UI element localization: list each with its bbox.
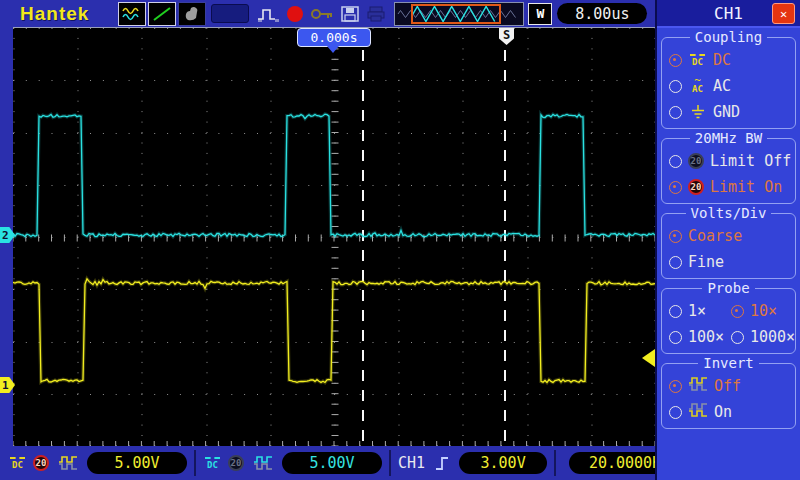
print-icon[interactable] bbox=[366, 6, 386, 22]
section-coupling: CouplingDCDC~ACACGND bbox=[661, 37, 796, 129]
section-title: Invert bbox=[662, 356, 795, 371]
status-bar: DC 20 5.00V DC 20 5.00V CH1 3.00V 20.000… bbox=[0, 446, 655, 480]
gnd-coupling-icon bbox=[688, 105, 707, 119]
radio-label: 10× bbox=[750, 302, 777, 320]
ac-coupling-icon: ~AC bbox=[688, 78, 707, 94]
section-probe: Probe1×10×100×1000× bbox=[661, 288, 796, 354]
menu-title-bar: CH1 ✕ bbox=[657, 0, 800, 28]
ch1-invert-icon bbox=[58, 455, 78, 471]
radio-circle bbox=[731, 331, 744, 344]
radio-label: GND bbox=[713, 103, 740, 121]
section-volts-div: Volts/DivCoarseFine bbox=[661, 213, 796, 279]
bw-20-on-icon: 20 bbox=[688, 179, 704, 195]
radio-volts-div-fine[interactable]: Fine bbox=[662, 249, 795, 275]
status-field bbox=[211, 4, 249, 23]
save-icon[interactable] bbox=[340, 5, 360, 23]
section-title: 20MHz BW bbox=[662, 131, 795, 146]
radio-circle bbox=[669, 230, 682, 243]
radio-label: Off bbox=[714, 377, 741, 395]
radio-invert-on[interactable]: On bbox=[662, 399, 795, 425]
window-button[interactable]: W bbox=[528, 3, 552, 25]
trigger-level-value[interactable]: 3.00V bbox=[459, 452, 547, 474]
waveform-preview[interactable] bbox=[394, 2, 524, 26]
invert-off-icon bbox=[688, 376, 708, 396]
radio-probe-1000[interactable]: 1000× bbox=[724, 324, 795, 350]
dc-coupling-icon: DC bbox=[688, 54, 707, 67]
radio-coupling-gnd[interactable]: GND bbox=[662, 99, 795, 125]
key-icon[interactable] bbox=[310, 7, 334, 21]
ch2-volts-div-value[interactable]: 5.00V bbox=[282, 452, 382, 474]
divider bbox=[389, 450, 391, 476]
hand-icon[interactable] bbox=[178, 2, 206, 26]
radio-circle bbox=[669, 331, 682, 344]
section-title: Volts/Div bbox=[662, 206, 795, 221]
radio-label: On bbox=[714, 403, 732, 421]
radio-label: Coarse bbox=[688, 227, 742, 245]
bw-20-off-icon: 20 bbox=[688, 153, 704, 169]
ch1-status-group[interactable]: DC 20 5.00V bbox=[8, 452, 187, 474]
radio-circle bbox=[669, 106, 682, 119]
radio-label: Limit On bbox=[710, 178, 782, 196]
menu-sections: CouplingDCDC~ACACGND20MHz BW20Limit Off2… bbox=[657, 37, 800, 429]
ch2-status-group[interactable]: DC 20 5.00V bbox=[203, 452, 382, 474]
section-title: Coupling bbox=[662, 30, 795, 45]
radio-circle bbox=[731, 305, 744, 318]
ch1-bw-limit-icon: 20 bbox=[33, 455, 49, 471]
section-title: Probe bbox=[662, 281, 795, 296]
radio-invert-off[interactable]: Off bbox=[662, 373, 795, 399]
radio-probe-100[interactable]: 100× bbox=[662, 324, 724, 350]
toolbar: Hantek W 8.00us bbox=[0, 0, 655, 27]
timebase-display[interactable]: 8.00us bbox=[557, 3, 647, 24]
section-invert: InvertOffOn bbox=[661, 363, 796, 429]
radio-circle bbox=[669, 80, 682, 93]
radio-coupling-ac[interactable]: ~ACAC bbox=[662, 73, 795, 99]
ch1-volts-div-value[interactable]: 5.00V bbox=[87, 452, 187, 474]
radio-20mhz-bw-limit-on[interactable]: 20Limit On bbox=[662, 174, 795, 200]
menu-title: CH1 bbox=[714, 4, 743, 23]
close-button[interactable]: ✕ bbox=[772, 3, 795, 24]
divider bbox=[554, 450, 556, 476]
section-20mhz-bw: 20MHz BW20Limit Off20Limit On bbox=[661, 138, 796, 204]
divider bbox=[194, 450, 196, 476]
radio-probe-10[interactable]: 10× bbox=[724, 298, 795, 324]
radio-circle bbox=[669, 256, 682, 269]
waveforms-icon[interactable] bbox=[118, 2, 146, 26]
line-icon[interactable] bbox=[148, 2, 176, 26]
ch2-bw-limit-icon: 20 bbox=[228, 455, 244, 471]
radio-20mhz-bw-limit-off[interactable]: 20Limit Off bbox=[662, 148, 795, 174]
record-icon[interactable] bbox=[286, 5, 304, 23]
radio-label: 100× bbox=[688, 328, 724, 346]
radio-volts-div-coarse[interactable]: Coarse bbox=[662, 223, 795, 249]
pulse-icon[interactable] bbox=[256, 5, 280, 23]
brand-logo: Hantek bbox=[20, 3, 89, 25]
ch2-coupling-icon: DC bbox=[203, 457, 222, 470]
ch2-invert-icon bbox=[253, 455, 273, 471]
radio-label: 1000× bbox=[750, 328, 795, 346]
invert-on-icon bbox=[688, 402, 708, 422]
trigger-position-pointer bbox=[327, 46, 339, 59]
radio-label: DC bbox=[713, 51, 731, 69]
radio-circle bbox=[669, 305, 682, 318]
radio-circle bbox=[669, 181, 682, 194]
radio-circle bbox=[669, 406, 682, 419]
radio-coupling-dc[interactable]: DCDC bbox=[662, 47, 795, 73]
radio-circle bbox=[669, 380, 682, 393]
radio-label: AC bbox=[713, 77, 731, 95]
trigger-edge-icon bbox=[434, 454, 450, 472]
channel-menu-panel: CH1 ✕ CouplingDCDC~ACACGND20MHz BW20Limi… bbox=[655, 0, 800, 480]
radio-label: 1× bbox=[688, 302, 706, 320]
trigger-source-label: CH1 bbox=[398, 454, 425, 472]
radio-circle bbox=[669, 54, 682, 67]
radio-circle bbox=[669, 155, 682, 168]
trigger-position-tag[interactable]: 0.000s bbox=[297, 28, 371, 47]
ch1-coupling-icon: DC bbox=[8, 457, 27, 470]
radio-label: Fine bbox=[688, 253, 724, 271]
radio-probe-1[interactable]: 1× bbox=[662, 298, 724, 324]
trigger-status-group[interactable]: CH1 3.00V bbox=[398, 452, 547, 474]
radio-label: Limit Off bbox=[710, 152, 791, 170]
waveform-display bbox=[13, 28, 655, 446]
